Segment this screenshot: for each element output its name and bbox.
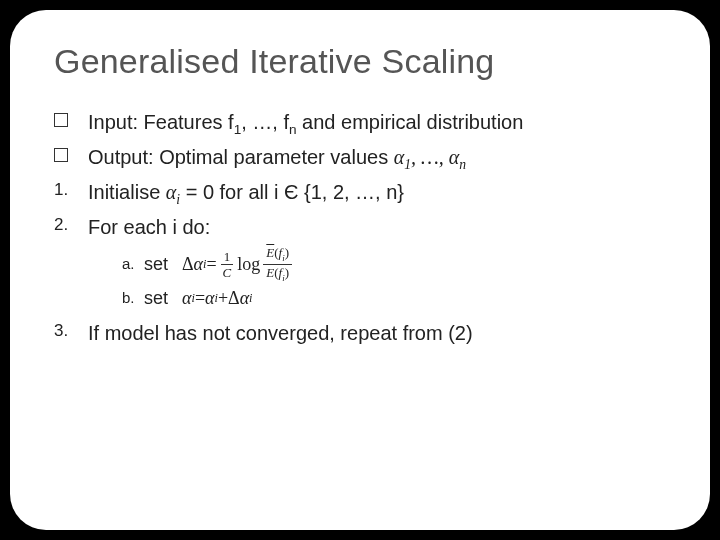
input-text-3: and empirical distribution — [297, 111, 524, 133]
step3-text: If model has not converged, repeat from … — [88, 322, 473, 344]
marker-a: a. — [122, 253, 135, 276]
alpha-n: α — [449, 146, 460, 168]
frac-1c: 1 C — [220, 249, 235, 280]
marker-b: b. — [122, 287, 135, 310]
foreach-text: For each i do: — [88, 216, 210, 238]
fb-alpha-r1: α — [205, 285, 214, 312]
log-text: log — [237, 251, 260, 278]
set-b-text: set — [144, 285, 168, 312]
init-text-2: = 0 for all i — [180, 181, 284, 203]
init-text-1: Initialise — [88, 181, 166, 203]
alpha-1: α — [394, 146, 405, 168]
alpha-sub-1: 1 — [404, 157, 411, 172]
input-text-2: , …, f — [241, 111, 289, 133]
fb-alpha-l: α — [182, 285, 191, 312]
item-step-1: 1. Initialise αi = 0 for all i Є {1, 2, … — [54, 177, 666, 210]
frac-den-e: E(fi) — [263, 265, 292, 283]
init-set: {1, 2, …, n} — [298, 181, 404, 203]
delta-sym: Δ — [182, 251, 194, 278]
alpha-i: α — [166, 181, 177, 203]
frac-ee: E(fi) E(fi) — [263, 245, 292, 283]
main-list: Input: Features f1, …, fn and empirical … — [54, 107, 666, 349]
input-text-1: Input: Features f — [88, 111, 234, 133]
sub-n: n — [289, 122, 297, 137]
elem-symbol: Є — [284, 181, 298, 203]
frac-den-c: C — [220, 265, 235, 280]
item-input: Input: Features f1, …, fn and empirical … — [54, 107, 666, 140]
substep-b: b. set αi = αi + Δαi — [122, 285, 666, 312]
fb-delta: Δ — [228, 285, 240, 312]
marker-1: 1. — [54, 177, 68, 203]
item-step-3: 3. If model has not converged, repeat fr… — [54, 318, 666, 349]
fa-eq: = — [206, 251, 216, 278]
fb-eq: = — [195, 285, 205, 312]
rp1: ) — [285, 245, 289, 260]
alpha-sub-n: n — [459, 157, 466, 172]
sublist: a. set Δαi = 1 C log E(fi) E(fi) — [122, 245, 666, 312]
set-a-text: set — [144, 251, 168, 278]
item-output: Output: Optimal parameter values α1, …, … — [54, 142, 666, 175]
formula-a: Δαi = 1 C log E(fi) E(fi) — [182, 245, 295, 283]
slide-title: Generalised Iterative Scaling — [54, 42, 666, 81]
frac-num-ebar: E(fi) — [263, 245, 292, 264]
fa-alpha: α — [194, 251, 203, 278]
frac-num-1: 1 — [221, 249, 234, 265]
formula-b: αi = αi + Δαi — [182, 285, 252, 312]
fb-alpha-r2: α — [240, 285, 249, 312]
marker-2: 2. — [54, 212, 68, 238]
item-step-2: 2. For each i do: a. set Δαi = 1 C log — [54, 212, 666, 312]
fb-sub-i-r2: i — [249, 289, 252, 307]
rp2: ) — [285, 265, 289, 280]
output-text-2: , …, — [411, 146, 449, 168]
fb-plus: + — [218, 285, 228, 312]
marker-3: 3. — [54, 318, 68, 344]
slide: Generalised Iterative Scaling Input: Fea… — [10, 10, 710, 530]
output-text-1: Output: Optimal parameter values — [88, 146, 394, 168]
substep-a: a. set Δαi = 1 C log E(fi) E(fi) — [122, 245, 666, 283]
